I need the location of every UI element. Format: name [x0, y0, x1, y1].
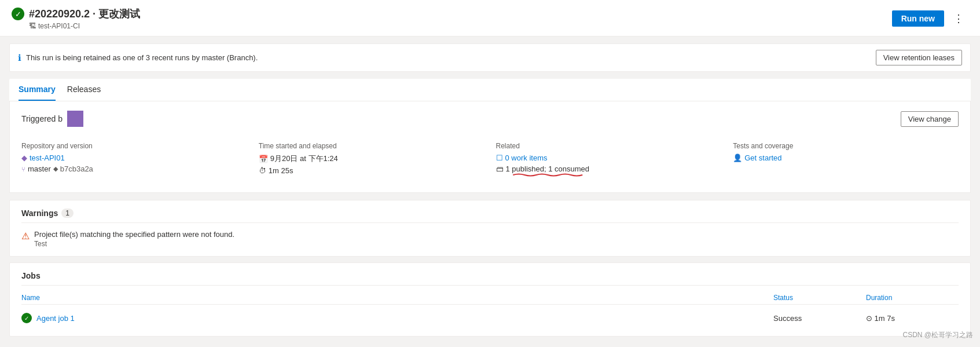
repo-diamond-icon: ◆: [21, 154, 27, 162]
job-status-cell: Success: [773, 314, 866, 323]
watermark: CSDN @松哥学习之路: [902, 330, 973, 340]
run-new-button[interactable]: Run new: [892, 10, 944, 27]
tabs-bar: Summary Releases: [9, 79, 971, 101]
clock-icon: ⏱: [259, 166, 266, 175]
warning-sub: Test: [34, 240, 234, 248]
pipeline-name: test-API01-CI: [38, 22, 80, 30]
tests-label: Tests and coverage: [733, 142, 959, 150]
info-icon: ℹ: [18, 53, 21, 63]
red-squiggle: [506, 173, 590, 177]
detail-repo-version: Repository and version ◆ test-API01 ⑂ ma…: [21, 142, 247, 177]
jobs-title: Jobs: [21, 271, 959, 286]
col-name: Name: [21, 294, 773, 302]
view-change-button[interactable]: View change: [901, 111, 959, 127]
more-options-button[interactable]: ⋮: [949, 10, 968, 27]
work-items-link[interactable]: ☐ 0 work items: [496, 154, 722, 162]
avatar: [67, 111, 83, 127]
job-name-cell[interactable]: ✓ Agent job 1: [21, 313, 773, 323]
header-right: Run new ⋮: [892, 10, 968, 27]
job-duration-cell: ⊙ 1m 7s: [866, 314, 959, 323]
table-row: ✓ Agent job 1 Success ⊙ 1m 7s: [21, 308, 959, 328]
related-label: Related: [496, 142, 722, 150]
col-duration: Duration: [866, 294, 959, 302]
triggered-left: Triggered b: [21, 111, 83, 127]
pipeline-icon: 🏗: [29, 22, 36, 30]
warnings-section: Warnings 1 ⚠ Project file(s) matching th…: [9, 200, 971, 257]
time-elapsed: ⏱ 1m 25s: [259, 166, 485, 175]
warning-item: ⚠ Project file(s) matching the specified…: [21, 230, 959, 248]
detail-time: Time started and elapsed 📅 9月20日 at 下午1:…: [259, 142, 485, 177]
page-header: ✓ #20220920.2 · 更改测试 🏗 test-API01-CI Run…: [0, 0, 980, 36]
warnings-header: Warnings 1: [21, 209, 959, 223]
repo-branch: ⑂ master ◆ b7cb3a2a: [21, 165, 247, 173]
warning-content: Project file(s) matching the specified p…: [34, 230, 234, 248]
triggered-label: Triggered b: [21, 114, 63, 123]
time-label: Time started and elapsed: [259, 142, 485, 150]
header-left: ✓ #20220920.2 · 更改测试 🏗 test-API01-CI: [12, 7, 140, 30]
pipeline-subtitle: 🏗 test-API01-CI: [12, 22, 140, 30]
view-retention-leases-button[interactable]: View retention leases: [876, 50, 962, 65]
triggered-row: Triggered b View change: [21, 111, 959, 127]
info-banner-left: ℹ This run is being retained as one of 3…: [18, 53, 258, 63]
tab-summary[interactable]: Summary: [19, 79, 56, 101]
artifact-icon: 🗃: [496, 165, 504, 173]
detail-related: Related ☐ 0 work items 🗃 1 published; 1 …: [496, 142, 722, 177]
info-banner-text: This run is being retained as one of 3 r…: [26, 53, 258, 62]
jobs-table-header: Name Status Duration: [21, 291, 959, 305]
main-content: Triggered b View change Repository and v…: [9, 101, 971, 193]
work-item-icon: ☐: [496, 154, 503, 162]
branch-icon: ⑂: [21, 166, 25, 173]
header-title-row: ✓ #20220920.2 · 更改测试: [12, 7, 140, 21]
get-started-link[interactable]: 👤 Get started: [733, 154, 959, 162]
warning-icon: ⚠: [21, 231, 30, 242]
warning-text: Project file(s) matching the specified p…: [34, 230, 234, 239]
warnings-badge: 1: [61, 209, 74, 218]
page-title: #20220920.2 · 更改测试: [29, 7, 140, 21]
tab-releases[interactable]: Releases: [67, 79, 101, 101]
job-success-icon: ✓: [21, 313, 32, 323]
calendar-icon: 📅: [259, 155, 268, 163]
time-started: 📅 9月20日 at 下午1:24: [259, 154, 485, 164]
run-success-icon: ✓: [12, 8, 24, 20]
artifacts-text: 1 published; 1 consumed: [506, 165, 590, 173]
person-icon: 👤: [733, 154, 742, 162]
col-status: Status: [773, 294, 866, 302]
repo-name[interactable]: ◆ test-API01: [21, 154, 247, 162]
artifacts-value: 🗃 1 published; 1 consumed: [496, 165, 722, 173]
info-banner: ℹ This run is being retained as one of 3…: [9, 43, 971, 72]
detail-tests: Tests and coverage 👤 Get started: [733, 142, 959, 177]
warnings-title: Warnings: [21, 209, 58, 218]
jobs-section: Jobs Name Status Duration ✓ Agent job 1 …: [9, 262, 971, 337]
repo-version-label: Repository and version: [21, 142, 247, 150]
details-grid: Repository and version ◆ test-API01 ⑂ ma…: [21, 136, 959, 183]
